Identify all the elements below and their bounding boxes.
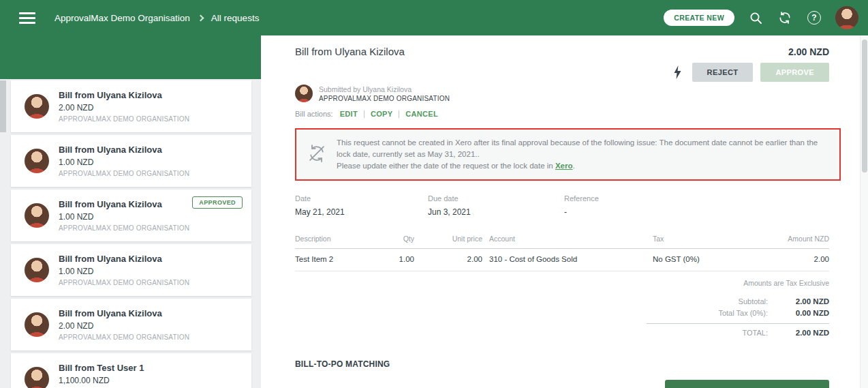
col-account: Account: [482, 235, 653, 248]
warning-text: This request cannot be created in Xero a…: [337, 137, 828, 172]
request-amount: 2.00 NZD: [59, 321, 189, 331]
list-item[interactable]: Bill from Ulyana Kizilova 2.00 NZD APPRO…: [11, 299, 251, 350]
cell-qty: 1.00: [384, 249, 414, 271]
avatar: [25, 367, 49, 388]
list-item[interactable]: Bill from Ulyana Kizilova 2.00 NZD APPRO…: [11, 80, 251, 132]
reject-button[interactable]: REJECT: [692, 63, 754, 82]
list-item[interactable]: Bill from Ulyana Kizilova 1.00 NZD APPRO…: [11, 190, 251, 241]
table-row: Test Item 2 1.00 2.00 310 - Cost of Good…: [295, 249, 829, 271]
bill-actions-label: Bill actions:: [295, 110, 333, 118]
avatar: [25, 203, 49, 228]
request-amount: 1.00 NZD: [59, 158, 189, 167]
approve-button[interactable]: APPROVE: [760, 63, 829, 82]
submitted-block: Submitted by Ulyana Kizilova APPROVALMAX…: [295, 85, 829, 102]
warning-line2: Please update either the date of the req…: [337, 162, 555, 170]
request-amount: 1,100.00 NZD: [59, 376, 189, 385]
reference-label: Reference: [564, 194, 599, 203]
totals-block: Subtotal: 2.00 NZD Total Tax (0%): 0.00 …: [647, 295, 829, 339]
avatar: [25, 149, 49, 173]
total-label: TOTAL:: [647, 329, 768, 337]
col-description: Description: [295, 235, 384, 248]
total-tax-label: Total Tax (0%):: [647, 309, 768, 317]
cell-description: Test Item 2: [295, 249, 384, 271]
total-value: 2.00 NZD: [780, 329, 829, 337]
date-value: May 21, 2021: [295, 207, 428, 217]
col-tax: Tax: [653, 235, 755, 248]
create-new-button[interactable]: CREATE NEW: [664, 10, 734, 26]
list-item[interactable]: Bill from Ulyana Kizilova 1.00 NZD APPRO…: [11, 244, 251, 296]
subtotal-value: 2.00 NZD: [780, 297, 829, 305]
match-to-po-button[interactable]: MATCH TO A PURCHASE ORDER: [665, 380, 829, 388]
cell-account: 310 - Cost of Goods Sold: [482, 249, 653, 271]
edit-link[interactable]: EDIT: [340, 110, 358, 118]
request-title: Bill from Ulyana Kizilova: [59, 199, 189, 209]
xero-warning-banner: This request cannot be created in Xero a…: [295, 128, 841, 181]
request-list: Bill from Ulyana Kizilova 2.00 NZD APPRO…: [0, 79, 261, 388]
line-items-table: Description Qty Unit price Account Tax A…: [295, 235, 829, 271]
request-org: APPROVALMAX DEMO ORGANISATION: [59, 224, 189, 232]
request-title: Bill from Test User 1: [59, 363, 189, 373]
scrollbar-track[interactable]: [860, 35, 868, 388]
request-title: Bill from Ulyana Kizilova: [59, 308, 189, 318]
breadcrumb-section[interactable]: All requests: [211, 13, 260, 23]
bill-actions: Bill actions: EDIT COPY CANCEL: [295, 110, 829, 118]
total-tax-value: 0.00 NZD: [780, 309, 829, 317]
col-qty: Qty: [384, 235, 414, 248]
request-amount: 2.00 NZD: [59, 103, 189, 113]
request-list-header: [0, 35, 261, 79]
request-org: APPROVALMAX DEMO ORGANISATION: [59, 333, 189, 341]
request-amount: 1.00 NZD: [59, 212, 189, 222]
request-title: Bill from Ulyana Kizilova: [59, 90, 189, 100]
workflow-bolt-icon[interactable]: [673, 65, 682, 79]
request-title: Bill from Ulyana Kizilova: [59, 145, 189, 155]
cell-unit-price: 2.00: [414, 249, 482, 271]
bill-to-po-matching-section: BILL-TO-PO MATCHING This Bill is current…: [295, 359, 829, 388]
status-badge: APPROVED: [192, 196, 243, 209]
help-icon[interactable]: ?: [806, 10, 822, 26]
date-label: Date: [295, 194, 428, 203]
document-fields: Date May 21, 2021 Due date Jun 3, 2021 R…: [295, 194, 829, 217]
separator: [399, 110, 399, 118]
cell-tax: No GST (0%): [653, 249, 755, 271]
list-item[interactable]: Bill from Ulyana Kizilova 1.00 NZD APPRO…: [11, 135, 251, 187]
tax-note: Amounts are Tax Exclusive: [295, 279, 829, 287]
topbar: ApprovalMax Demo Organisation All reques…: [0, 0, 868, 35]
avatar: [25, 312, 49, 337]
warning-line2-suffix: .: [573, 162, 575, 170]
breadcrumb: ApprovalMax Demo Organisation All reques…: [55, 13, 259, 23]
request-total-amount: 2.00 NZD: [788, 46, 829, 57]
search-icon[interactable]: [747, 10, 764, 26]
sync-icon[interactable]: [777, 10, 793, 26]
topbar-actions: CREATE NEW ?: [664, 6, 858, 29]
sync-off-icon: [307, 144, 326, 166]
due-date-value: Jun 3, 2021: [428, 207, 564, 217]
page-title: Bill from Ulyana Kizilova: [295, 46, 405, 57]
warning-line1: This request cannot be created in Xero a…: [337, 138, 818, 158]
request-org: APPROVALMAX DEMO ORGANISATION: [59, 170, 189, 177]
submitter-avatar: [295, 85, 313, 102]
user-avatar[interactable]: [835, 6, 858, 29]
cancel-link[interactable]: CANCEL: [405, 110, 438, 118]
copy-link[interactable]: COPY: [371, 110, 392, 118]
col-amount: Amount NZD: [755, 235, 829, 248]
due-date-label: Due date: [428, 194, 564, 203]
subtotal-label: Subtotal:: [647, 297, 768, 305]
avatar: [25, 94, 49, 119]
reference-value: -: [564, 207, 599, 217]
submitted-org: APPROVALMAX DEMO ORGANISATION: [319, 95, 450, 102]
menu-icon[interactable]: [19, 12, 35, 24]
breadcrumb-organisation[interactable]: ApprovalMax Demo Organisation: [55, 13, 190, 23]
chevron-right-icon: [197, 14, 204, 21]
list-item[interactable]: Bill from Test User 1 1,100.00 NZD APPRO…: [11, 353, 251, 388]
request-list-panel: Bill from Ulyana Kizilova 2.00 NZD APPRO…: [0, 35, 261, 388]
table-header-row: Description Qty Unit price Account Tax A…: [295, 235, 829, 249]
cell-amount: 2.00: [755, 249, 829, 271]
request-amount: 1.00 NZD: [59, 267, 189, 276]
xero-link[interactable]: Xero: [555, 162, 573, 170]
po-matching-heading: BILL-TO-PO MATCHING: [295, 359, 829, 369]
request-title: Bill from Ulyana Kizilova: [59, 254, 189, 264]
submitted-by: Submitted by Ulyana Kizilova: [319, 85, 450, 93]
avatar: [25, 258, 49, 282]
col-unit-price: Unit price: [414, 235, 482, 248]
scrollbar-thumb[interactable]: [862, 40, 867, 173]
